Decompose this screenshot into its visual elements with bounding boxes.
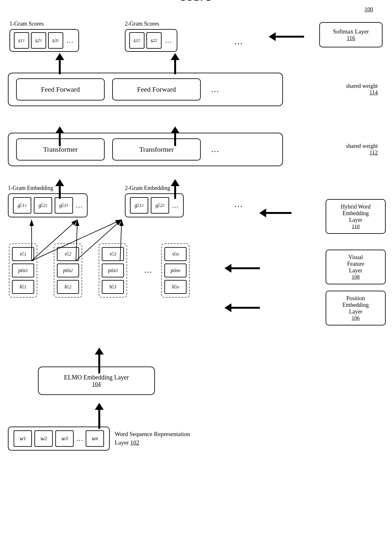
h1-cell: h⃗1: [12, 280, 34, 294]
word-seq-row: w1 w2 w3 … wn Word Sequence Representati…: [8, 427, 190, 451]
hn-cell: h⃗n: [164, 280, 187, 294]
visual-feature-label: VisualFeatureLayer: [347, 254, 364, 274]
arrow-hybrid-to-embed: [259, 209, 291, 217]
position-embed-box: PositionEmbeddingLayer 106: [326, 291, 386, 325]
elmo-label: ELMO Embedding Layer: [64, 374, 129, 381]
word-seq-label-text: Word Sequence RepresentationLayer 102: [115, 430, 190, 447]
v2-cell: v⃗2: [57, 247, 79, 261]
ff-shared-weight: shared weight 114: [346, 83, 378, 96]
v3-cell: v⃗3: [102, 247, 124, 261]
g1-1: g⃗11: [13, 197, 31, 214]
dots-gram1-scores: …: [65, 36, 75, 45]
gram2-embed-section: 2-Gram Embedding g⃗12 g⃗22 …: [125, 185, 184, 217]
embed-group-1: v⃗1 pös1 h⃗1: [9, 243, 37, 298]
dots-groups-mid: …: [144, 265, 152, 275]
word-seq-ref: 102: [130, 439, 139, 446]
top-ref-number: 100: [364, 6, 373, 13]
ff-ref: 114: [346, 89, 378, 96]
transformer2-label: Transformer: [139, 145, 174, 154]
w2-cell: w2: [34, 430, 53, 447]
dashed-group-2: v⃗2 pös2 h⃗2: [54, 243, 82, 298]
gram2-scores-section: 2-Gram Scores s12 s22 …: [125, 21, 177, 52]
ff-layer-container: Feed Forward Feed Forward …: [8, 73, 283, 106]
transformer-layer-box: Transformer Transformer …: [8, 133, 283, 166]
arrow-ff2-to-scores: [171, 53, 180, 74]
word-seq-box: w1 w2 w3 … wn: [8, 427, 110, 451]
ff1-label: Feed Forward: [41, 85, 80, 94]
score-s2-2: s22: [146, 32, 162, 49]
transformer2-box: Transformer: [112, 138, 201, 161]
dots-ff: …: [208, 85, 222, 94]
dots-word: …: [76, 434, 83, 443]
dashed-group-n: v⃗n pösn h⃗n: [161, 243, 190, 298]
pos3-cell: pös3: [102, 264, 124, 277]
gram2-embed-label: 2-Gram Embedding: [125, 185, 184, 191]
score-s2-1: s21: [31, 32, 46, 49]
posn-cell: pösn: [164, 264, 187, 277]
v1-cell: v⃗1: [12, 247, 34, 261]
arrow-softmax-to-scores: [269, 32, 304, 41]
g2-1: g⃗21: [34, 197, 52, 214]
ff-layer-box: Feed Forward Feed Forward …: [8, 73, 283, 106]
gram1-embed-label: 1-Gram Embedding: [8, 185, 88, 191]
dots-gram2-scores: …: [163, 36, 173, 45]
w3-cell: w3: [55, 430, 74, 447]
score-s1-2: s12: [129, 32, 144, 49]
ff2-box: Feed Forward: [112, 78, 201, 100]
score-s1-1: s11: [14, 32, 29, 49]
trans-shared-label: shared weight: [346, 143, 378, 149]
gram1-scores-box: s11 s21 s31 …: [9, 29, 79, 52]
score-s3-1: s31: [48, 32, 63, 49]
gram1-scores-section: 1-Gram Scores s11 s21 s31 …: [9, 21, 79, 52]
trans-shared-weight: shared weight 112: [346, 143, 378, 156]
embed-group-n: v⃗n pösn h⃗n: [161, 243, 190, 298]
gram1-scores-label: 1-Gram Scores: [9, 21, 79, 27]
transformer-layer-container: Transformer Transformer …: [8, 133, 283, 166]
fig-label: FIG. 1: [181, 0, 211, 3]
dots-trans: …: [208, 145, 222, 154]
elmo-ref: 104: [92, 381, 101, 388]
transformer1-box: Transformer: [16, 138, 105, 161]
softmax-box: Softmax Layer 116: [319, 22, 383, 47]
ff-shared-label: shared weight: [346, 83, 378, 89]
transformer1-label: Transformer: [43, 145, 77, 154]
h3-cell: h⃗3: [102, 280, 124, 294]
gram1-embed-section: 1-Gram Embedding g⃗11 g⃗21 g⃗31 …: [8, 185, 88, 217]
dashed-group-1: v⃗1 pös1 h⃗1: [9, 243, 37, 298]
position-embed-label: PositionEmbeddingLayer: [343, 295, 369, 315]
gram2-embed-box: g⃗12 g⃗22 …: [125, 193, 184, 217]
pos1-cell: pös1: [12, 264, 34, 277]
hybrid-embed-box: Hybrid WordEmbeddingLayer 110: [326, 199, 386, 234]
dashed-group-3: v⃗3 pös3 h⃗3: [99, 243, 127, 298]
gram2-scores-box: s12 s22 …: [125, 29, 177, 52]
arrow-visual-to-embed: [224, 264, 260, 273]
dots-g2: …: [172, 201, 179, 209]
dots-scores-mid: …: [234, 36, 243, 46]
g3-1: g⃗31: [55, 197, 73, 214]
trans-ref: 112: [346, 149, 378, 156]
g2-2: g⃗22: [151, 197, 169, 214]
arrow-ff1-to-scores: [55, 53, 64, 74]
arrow-wordseq-to-elmo: [95, 403, 104, 429]
gram1-embed-box: g⃗11 g⃗21 g⃗31 …: [8, 193, 88, 217]
wn-cell: wn: [86, 430, 104, 447]
visual-ref: 108: [352, 274, 360, 280]
embed-group-2: v⃗2 pös2 h⃗2: [54, 243, 82, 298]
hybrid-ref: 110: [352, 223, 360, 230]
ff1-box: Feed Forward: [16, 78, 105, 100]
gram2-scores-label: 2-Gram Scores: [125, 21, 177, 27]
ff2-label: Feed Forward: [137, 85, 176, 94]
g1-2: g⃗12: [130, 197, 148, 214]
word-seq-section: w1 w2 w3 … wn Word Sequence Representati…: [8, 427, 190, 451]
hybrid-embed-label: Hybrid WordEmbeddingLayer: [341, 203, 371, 223]
arrow-position-to-embed: [224, 303, 260, 312]
w1-cell: w1: [14, 430, 32, 447]
h2-cell: h⃗2: [57, 280, 79, 294]
dots-gram-embed-mid: …: [234, 199, 243, 209]
connection-arrows-svg: [8, 215, 251, 278]
softmax-label: Softmax Layer: [333, 28, 369, 35]
pos2-cell: pös2: [57, 264, 79, 277]
vn-cell: v⃗n: [164, 247, 187, 261]
visual-feature-box: VisualFeatureLayer 108: [326, 250, 386, 284]
softmax-ref: 116: [347, 35, 355, 42]
